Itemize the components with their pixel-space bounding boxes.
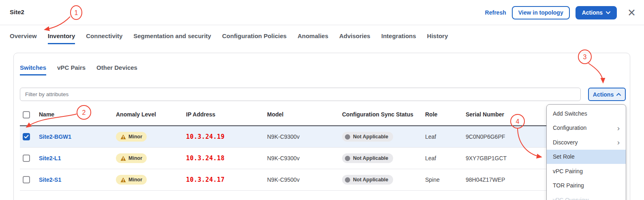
- table-actions-button[interactable]: Actions: [588, 88, 626, 101]
- page-title: Site2: [10, 9, 24, 15]
- check-icon: [24, 135, 29, 139]
- sync-status-label: Not Applicable: [353, 155, 388, 161]
- menu-item-set-role[interactable]: Set Role: [547, 150, 626, 164]
- ip-address: 10.3.24.18: [186, 155, 267, 162]
- sync-status-label: Not Applicable: [353, 177, 388, 183]
- model: N9K-C9300v: [267, 133, 342, 140]
- switches-table: Name Anomaly Level IP Address Model Conf…: [20, 104, 625, 191]
- sync-status-label: Not Applicable: [353, 134, 388, 140]
- column-header-name: Name: [39, 111, 116, 118]
- sync-status-badge: Not Applicable: [342, 153, 393, 163]
- switch-name-link[interactable]: Site2-S1: [39, 176, 116, 183]
- row-checkbox[interactable]: [23, 176, 30, 183]
- anomaly-level-label: Minor: [128, 177, 142, 183]
- chevron-right-icon: ›: [617, 124, 620, 132]
- column-header-model: Model: [267, 111, 342, 118]
- actions-dropdown-menu: Add Switches Configuration› Discovery› S…: [546, 104, 626, 200]
- inventory-subtabs: Switches vPC Pairs Other Devices: [20, 64, 137, 75]
- table-row[interactable]: Site2-L1 Minor 10.3.24.18 N9K-C9300v Not…: [20, 148, 625, 169]
- switch-name-link[interactable]: Site2-BGW1: [39, 133, 116, 140]
- menu-item-label: vPC Overview: [553, 197, 589, 200]
- tab-integrations[interactable]: Integrations: [381, 32, 416, 44]
- panel-actions-label: Actions: [582, 9, 603, 16]
- status-dot-icon: [345, 156, 350, 161]
- tab-history[interactable]: History: [427, 32, 448, 44]
- menu-item-label: TOR Pairing: [553, 182, 584, 189]
- tab-configuration-policies[interactable]: Configuration Policies: [222, 32, 287, 44]
- menu-item-add-switches[interactable]: Add Switches: [547, 106, 626, 121]
- panel-actions-button[interactable]: Actions: [576, 6, 617, 19]
- filter-input[interactable]: [20, 88, 581, 101]
- header-actions: Refresh View in topology Actions ✕: [485, 5, 636, 20]
- column-header-ip-address: IP Address: [186, 111, 267, 118]
- role: Leaf: [425, 155, 466, 161]
- refresh-button[interactable]: Refresh: [485, 9, 506, 16]
- row-checkbox[interactable]: [23, 155, 30, 162]
- tab-overview[interactable]: Overview: [10, 32, 37, 44]
- ip-address: 10.3.24.17: [186, 176, 267, 183]
- menu-item-label: Add Switches: [553, 110, 587, 117]
- model: N9K-C9300v: [267, 155, 342, 161]
- tab-segmentation-and-security[interactable]: Segmentation and security: [133, 32, 211, 44]
- subtab-switches[interactable]: Switches: [20, 64, 46, 75]
- sync-status-badge: Not Applicable: [342, 132, 393, 142]
- panel-header: Site2 Refresh View in topology Actions ✕: [0, 0, 644, 25]
- column-header-anomaly-level: Anomaly Level: [116, 111, 186, 118]
- tab-anomalies[interactable]: Anomalies: [297, 32, 328, 44]
- ip-address: 10.3.24.19: [186, 133, 267, 140]
- tab-connectivity[interactable]: Connectivity: [86, 32, 122, 44]
- subtab-other-devices[interactable]: Other Devices: [96, 64, 137, 75]
- site-details-panel: Site2 Refresh View in topology Actions ✕…: [0, 0, 644, 200]
- chevron-down-icon: [606, 11, 610, 14]
- table-row[interactable]: Site2-S1 Minor 10.3.24.17 N9K-C9500v Not…: [20, 169, 625, 191]
- menu-item-label: Discovery: [553, 139, 578, 146]
- menu-item-label: Configuration: [553, 125, 586, 131]
- role: Spine: [425, 176, 466, 183]
- sync-status-badge: Not Applicable: [342, 175, 393, 185]
- chevron-up-icon: [616, 93, 621, 96]
- inventory-card: Switches vPC Pairs Other Devices Actions…: [13, 53, 630, 200]
- role: Leaf: [425, 133, 466, 140]
- switch-name-link[interactable]: Site2-L1: [39, 155, 116, 161]
- menu-item-vpc-pairing[interactable]: vPC Pairing: [547, 164, 626, 178]
- menu-item-vpc-overview[interactable]: vPC Overview: [547, 193, 626, 200]
- menu-item-label: Set Role: [553, 153, 575, 160]
- tab-inventory[interactable]: Inventory: [48, 32, 75, 44]
- chevron-right-icon: ›: [617, 138, 620, 146]
- subtab-vpc-pairs[interactable]: vPC Pairs: [57, 64, 86, 75]
- menu-item-discovery[interactable]: Discovery›: [547, 135, 626, 150]
- tab-advisories[interactable]: Advisories: [339, 32, 370, 44]
- select-all-checkbox[interactable]: [23, 111, 30, 118]
- view-in-topology-button[interactable]: View in topology: [512, 6, 570, 19]
- row-checkbox-checked[interactable]: [23, 133, 30, 140]
- menu-item-tor-pairing[interactable]: TOR Pairing: [547, 178, 626, 193]
- close-icon[interactable]: ✕: [627, 8, 636, 18]
- warning-triangle-icon: [120, 177, 126, 183]
- anomaly-badge: Minor: [116, 153, 147, 163]
- anomaly-level-label: Minor: [128, 155, 142, 161]
- anomaly-level-label: Minor: [128, 134, 142, 140]
- model: N9K-C9500v: [267, 176, 342, 183]
- status-dot-icon: [345, 134, 350, 140]
- anomaly-badge: Minor: [116, 132, 147, 142]
- table-row[interactable]: Site2-BGW1 Minor 10.3.24.19 N9K-C9300v N…: [20, 126, 625, 148]
- warning-triangle-icon: [120, 134, 126, 140]
- anomaly-badge: Minor: [116, 175, 147, 185]
- main-tabs: Overview Inventory Connectivity Segmenta…: [10, 32, 448, 44]
- status-dot-icon: [345, 177, 350, 183]
- warning-triangle-icon: [120, 156, 126, 161]
- menu-item-configuration[interactable]: Configuration›: [547, 121, 626, 135]
- table-header-row: Name Anomaly Level IP Address Model Conf…: [20, 104, 625, 126]
- table-actions-label: Actions: [593, 91, 614, 98]
- column-header-configuration-sync-status: Configuration Sync Status: [342, 111, 425, 118]
- column-header-role: Role: [425, 111, 466, 118]
- menu-item-label: vPC Pairing: [553, 168, 583, 174]
